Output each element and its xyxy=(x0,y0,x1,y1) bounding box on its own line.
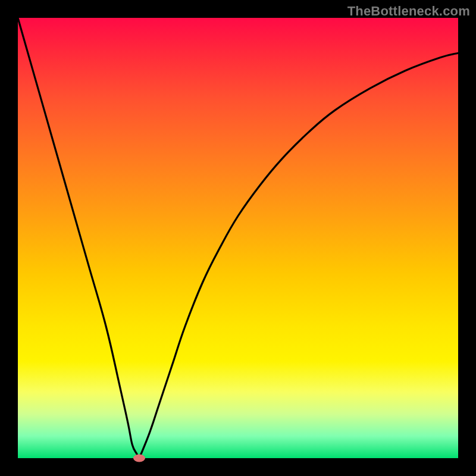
chart-frame xyxy=(18,18,458,458)
minimum-marker xyxy=(133,455,145,462)
bottleneck-curve xyxy=(18,18,458,458)
watermark-text: TheBottleneck.com xyxy=(347,4,470,19)
plot-area xyxy=(18,18,458,458)
